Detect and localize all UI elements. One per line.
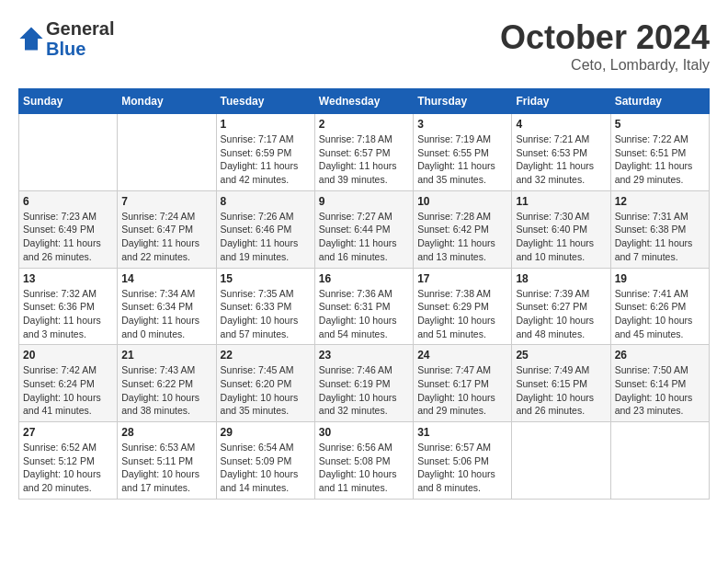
calendar-cell: 27Sunrise: 6:52 AM Sunset: 5:12 PM Dayli… xyxy=(19,422,118,500)
calendar-cell: 30Sunrise: 6:56 AM Sunset: 5:08 PM Dayli… xyxy=(314,422,413,500)
day-number: 2 xyxy=(319,118,409,131)
day-info: Sunrise: 6:56 AM Sunset: 5:08 PM Dayligh… xyxy=(319,441,409,495)
day-info: Sunrise: 7:42 AM Sunset: 6:24 PM Dayligh… xyxy=(23,363,113,418)
calendar-table: SundayMondayTuesdayWednesdayThursdayFrid… xyxy=(18,88,710,500)
day-number: 18 xyxy=(516,272,606,285)
calendar-cell: 15Sunrise: 7:35 AM Sunset: 6:33 PM Dayli… xyxy=(216,268,314,345)
day-info: Sunrise: 7:26 AM Sunset: 6:46 PM Dayligh… xyxy=(221,210,311,264)
calendar-cell: 28Sunrise: 6:53 AM Sunset: 5:11 PM Dayli… xyxy=(118,422,216,500)
day-number: 6 xyxy=(23,195,113,208)
weekday-header: Thursday xyxy=(414,89,512,114)
day-info: Sunrise: 7:18 AM Sunset: 6:57 PM Dayligh… xyxy=(319,132,409,187)
calendar-cell: 9Sunrise: 7:27 AM Sunset: 6:44 PM Daylig… xyxy=(314,190,413,268)
day-info: Sunrise: 7:35 AM Sunset: 6:33 PM Dayligh… xyxy=(221,287,311,341)
weekday-header: Tuesday xyxy=(216,89,314,114)
calendar-cell: 23Sunrise: 7:46 AM Sunset: 6:19 PM Dayli… xyxy=(314,345,413,422)
day-number: 7 xyxy=(121,195,211,208)
day-info: Sunrise: 7:36 AM Sunset: 6:31 PM Dayligh… xyxy=(319,287,409,341)
day-number: 11 xyxy=(516,195,606,208)
day-number: 14 xyxy=(121,272,211,285)
svg-marker-0 xyxy=(19,27,42,50)
day-info: Sunrise: 7:38 AM Sunset: 6:29 PM Dayligh… xyxy=(417,287,507,341)
calendar-cell: 19Sunrise: 7:41 AM Sunset: 6:26 PM Dayli… xyxy=(610,268,709,345)
calendar-cell: 8Sunrise: 7:26 AM Sunset: 6:46 PM Daylig… xyxy=(216,190,314,268)
weekday-header: Monday xyxy=(118,89,216,114)
day-info: Sunrise: 7:28 AM Sunset: 6:42 PM Dayligh… xyxy=(417,210,507,264)
calendar-week-row: 27Sunrise: 6:52 AM Sunset: 5:12 PM Dayli… xyxy=(19,422,710,500)
calendar-cell: 20Sunrise: 7:42 AM Sunset: 6:24 PM Dayli… xyxy=(19,345,118,422)
day-info: Sunrise: 7:47 AM Sunset: 6:17 PM Dayligh… xyxy=(417,363,507,418)
day-info: Sunrise: 7:31 AM Sunset: 6:38 PM Dayligh… xyxy=(615,210,705,264)
weekday-header: Friday xyxy=(512,89,610,114)
calendar-cell: 13Sunrise: 7:32 AM Sunset: 6:36 PM Dayli… xyxy=(19,268,118,345)
day-number: 21 xyxy=(121,349,211,362)
page-header: General Blue October 2024 Ceto, Lombardy… xyxy=(18,18,710,74)
day-info: Sunrise: 6:57 AM Sunset: 5:06 PM Dayligh… xyxy=(417,441,507,495)
logo-general-text: General xyxy=(46,18,114,39)
calendar-cell: 10Sunrise: 7:28 AM Sunset: 6:42 PM Dayli… xyxy=(414,190,512,268)
calendar-cell: 4Sunrise: 7:21 AM Sunset: 6:53 PM Daylig… xyxy=(512,114,610,191)
title-block: October 2024 Ceto, Lombardy, Italy xyxy=(500,18,710,74)
calendar-cell: 12Sunrise: 7:31 AM Sunset: 6:38 PM Dayli… xyxy=(610,190,709,268)
day-info: Sunrise: 7:46 AM Sunset: 6:19 PM Dayligh… xyxy=(319,363,409,418)
calendar-week-row: 13Sunrise: 7:32 AM Sunset: 6:36 PM Dayli… xyxy=(19,268,710,345)
calendar-cell: 21Sunrise: 7:43 AM Sunset: 6:22 PM Dayli… xyxy=(118,345,216,422)
day-info: Sunrise: 7:30 AM Sunset: 6:40 PM Dayligh… xyxy=(516,210,606,264)
day-number: 20 xyxy=(23,349,113,362)
calendar-cell xyxy=(19,114,118,191)
calendar-cell: 2Sunrise: 7:18 AM Sunset: 6:57 PM Daylig… xyxy=(314,114,413,191)
day-number: 19 xyxy=(615,272,705,285)
day-number: 5 xyxy=(615,118,705,131)
day-number: 24 xyxy=(417,349,507,362)
day-info: Sunrise: 7:27 AM Sunset: 6:44 PM Dayligh… xyxy=(319,210,409,264)
day-number: 10 xyxy=(417,195,507,208)
day-number: 29 xyxy=(221,426,311,439)
logo-icon xyxy=(18,26,44,52)
weekday-header: Saturday xyxy=(610,89,709,114)
weekday-header: Sunday xyxy=(19,89,118,114)
weekday-header: Wednesday xyxy=(314,89,413,114)
day-info: Sunrise: 7:24 AM Sunset: 6:47 PM Dayligh… xyxy=(121,210,211,264)
day-number: 28 xyxy=(121,426,211,439)
day-number: 1 xyxy=(221,118,311,131)
calendar-cell: 1Sunrise: 7:17 AM Sunset: 6:59 PM Daylig… xyxy=(216,114,314,191)
day-number: 17 xyxy=(417,272,507,285)
day-info: Sunrise: 7:19 AM Sunset: 6:55 PM Dayligh… xyxy=(417,132,507,187)
day-number: 23 xyxy=(319,349,409,362)
day-number: 22 xyxy=(221,349,311,362)
page-title: October 2024 xyxy=(500,18,710,57)
logo-text: General Blue xyxy=(46,18,114,59)
calendar-cell xyxy=(118,114,216,191)
calendar-cell: 24Sunrise: 7:47 AM Sunset: 6:17 PM Dayli… xyxy=(414,345,512,422)
calendar-week-row: 20Sunrise: 7:42 AM Sunset: 6:24 PM Dayli… xyxy=(19,345,710,422)
day-info: Sunrise: 7:23 AM Sunset: 6:49 PM Dayligh… xyxy=(23,210,113,264)
day-number: 12 xyxy=(615,195,705,208)
day-info: Sunrise: 6:52 AM Sunset: 5:12 PM Dayligh… xyxy=(23,441,113,495)
calendar-cell: 16Sunrise: 7:36 AM Sunset: 6:31 PM Dayli… xyxy=(314,268,413,345)
calendar-week-row: 6Sunrise: 7:23 AM Sunset: 6:49 PM Daylig… xyxy=(19,190,710,268)
logo-blue-text: Blue xyxy=(46,39,114,59)
day-info: Sunrise: 7:49 AM Sunset: 6:15 PM Dayligh… xyxy=(516,363,606,418)
day-info: Sunrise: 7:41 AM Sunset: 6:26 PM Dayligh… xyxy=(615,287,705,341)
day-info: Sunrise: 7:50 AM Sunset: 6:14 PM Dayligh… xyxy=(615,363,705,418)
calendar-cell: 31Sunrise: 6:57 AM Sunset: 5:06 PM Dayli… xyxy=(414,422,512,500)
day-number: 13 xyxy=(23,272,113,285)
calendar-cell: 29Sunrise: 6:54 AM Sunset: 5:09 PM Dayli… xyxy=(216,422,314,500)
calendar-cell: 25Sunrise: 7:49 AM Sunset: 6:15 PM Dayli… xyxy=(512,345,610,422)
calendar-cell: 22Sunrise: 7:45 AM Sunset: 6:20 PM Dayli… xyxy=(216,345,314,422)
calendar-cell: 5Sunrise: 7:22 AM Sunset: 6:51 PM Daylig… xyxy=(610,114,709,191)
calendar-cell: 18Sunrise: 7:39 AM Sunset: 6:27 PM Dayli… xyxy=(512,268,610,345)
day-info: Sunrise: 7:21 AM Sunset: 6:53 PM Dayligh… xyxy=(516,132,606,187)
calendar-cell xyxy=(610,422,709,500)
day-info: Sunrise: 7:45 AM Sunset: 6:20 PM Dayligh… xyxy=(221,363,311,418)
day-number: 25 xyxy=(516,349,606,362)
day-number: 27 xyxy=(23,426,113,439)
day-number: 16 xyxy=(319,272,409,285)
day-number: 8 xyxy=(221,195,311,208)
day-number: 26 xyxy=(615,349,705,362)
calendar-header-row: SundayMondayTuesdayWednesdayThursdayFrid… xyxy=(19,89,710,114)
day-info: Sunrise: 7:34 AM Sunset: 6:34 PM Dayligh… xyxy=(121,287,211,341)
day-number: 31 xyxy=(417,426,507,439)
day-number: 9 xyxy=(319,195,409,208)
day-info: Sunrise: 7:43 AM Sunset: 6:22 PM Dayligh… xyxy=(121,363,211,418)
